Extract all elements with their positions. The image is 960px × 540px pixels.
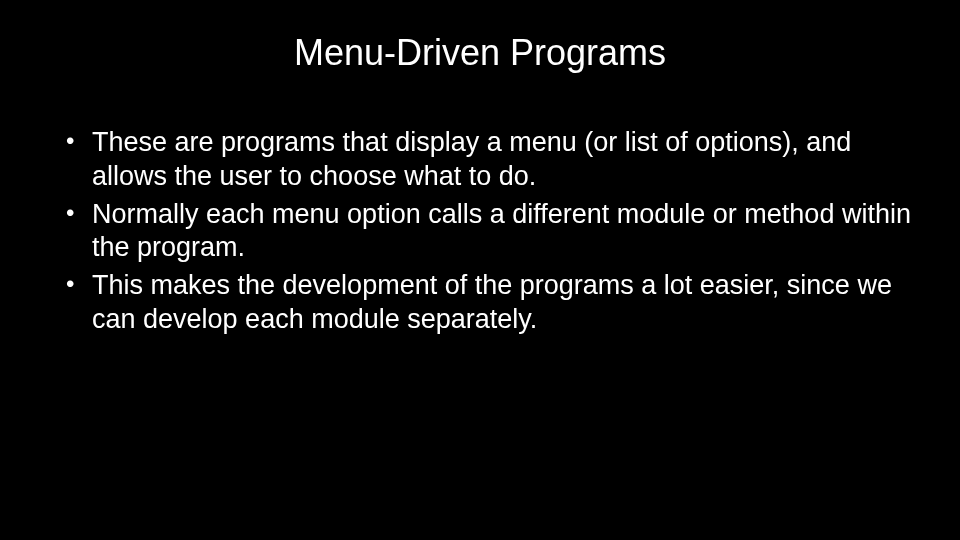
bullet-item: Normally each menu option calls a differ…	[60, 198, 912, 266]
bullet-list: These are programs that display a menu (…	[60, 126, 912, 337]
slide-title: Menu-Driven Programs	[48, 32, 912, 74]
slide-container: Menu-Driven Programs These are programs …	[0, 0, 960, 540]
bullet-item: These are programs that display a menu (…	[60, 126, 912, 194]
bullet-item: This makes the development of the progra…	[60, 269, 912, 337]
slide-content: These are programs that display a menu (…	[48, 126, 912, 337]
